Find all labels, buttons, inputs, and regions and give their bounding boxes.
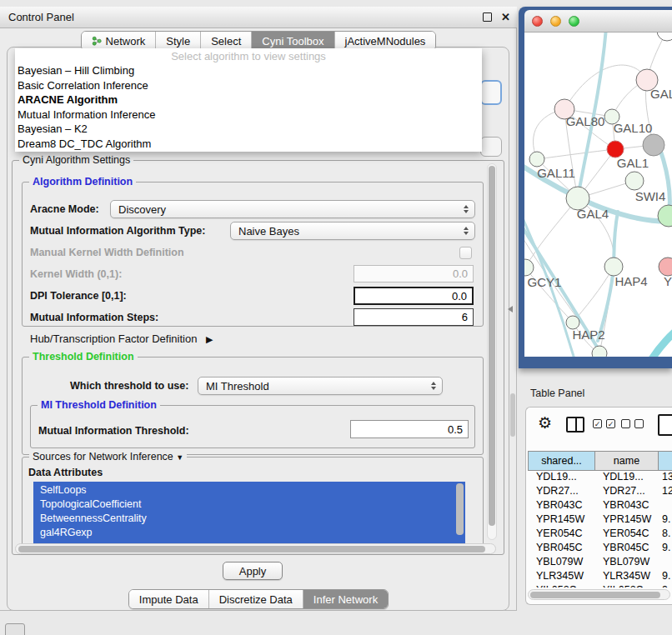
column-header-col2[interactable] bbox=[659, 452, 672, 470]
node-label-gal4: GAL4 bbox=[577, 207, 609, 221]
hub-definition-toggle[interactable]: Hub/Transcription Factor Definition ▶ bbox=[30, 332, 213, 345]
network-node[interactable] bbox=[592, 346, 607, 357]
algorithm-option-bayesian-hill-climbing[interactable]: Bayesian – Hill Climbing bbox=[15, 63, 482, 78]
hide-columns-icon[interactable] bbox=[621, 419, 644, 428]
inference-algorithm-combo-fragment[interactable] bbox=[480, 80, 502, 105]
table-cell: 9. bbox=[658, 513, 672, 525]
network-canvas[interactable]: GAL7GAL80GAL10GAL1GAL11SWI4GAL4GCY1HAP4Y… bbox=[524, 32, 672, 357]
table-row[interactable]: YDR27...YDR27...12 bbox=[528, 483, 672, 498]
unchecked-box-icon bbox=[621, 419, 630, 428]
threshold-definition-title: Threshold Definition bbox=[29, 351, 138, 363]
sources-title[interactable]: Sources for Network Inference ▼ bbox=[29, 451, 187, 464]
table-row[interactable]: YER054CYER054C8. bbox=[528, 526, 672, 540]
stepper-icon bbox=[464, 205, 469, 213]
float-window-icon[interactable] bbox=[483, 12, 492, 22]
kernel-width-label: Kernel Width (0,1): bbox=[30, 268, 122, 280]
column-header-name[interactable]: name bbox=[595, 452, 659, 470]
table-cell: YIL052C bbox=[594, 584, 658, 588]
node-label-gal10: GAL10 bbox=[614, 121, 653, 135]
document-icon[interactable] bbox=[658, 414, 672, 436]
network-node[interactable] bbox=[625, 172, 644, 190]
table-horizontal-scrollbar[interactable] bbox=[528, 589, 670, 600]
close-icon[interactable]: ✕ bbox=[501, 12, 510, 22]
table-cell: 13 bbox=[658, 471, 672, 482]
mi-type-value: Naive Bayes bbox=[238, 225, 299, 238]
table-horizontal-scrollbar-thumb[interactable] bbox=[530, 592, 660, 598]
table-row[interactable]: YPR145WYPR145W9. bbox=[528, 512, 672, 526]
tab-network[interactable]: Network bbox=[82, 32, 156, 50]
network-node[interactable] bbox=[529, 152, 544, 167]
background-combo-fragment[interactable] bbox=[480, 137, 502, 157]
panel-title: Control Panel bbox=[8, 11, 74, 23]
table-row[interactable]: YBL079WYBL079W bbox=[528, 554, 672, 568]
settings-horizontal-scrollbar[interactable] bbox=[15, 543, 496, 554]
table-cell: 9. bbox=[658, 570, 672, 582]
show-columns-icon[interactable]: ✓ ✓ bbox=[593, 419, 615, 428]
table-row[interactable]: YBR043CYBR043C bbox=[528, 498, 672, 512]
which-threshold-select[interactable]: MI Threshold bbox=[198, 377, 443, 395]
zoom-traffic-light-icon[interactable] bbox=[569, 16, 579, 27]
data-attribute-item[interactable]: SelfLoops bbox=[33, 483, 465, 498]
algorithm-option-aracne-algorithm[interactable]: ARACNE Algorithm bbox=[15, 92, 482, 108]
control-panel-titlebar: Control Panel ✕ bbox=[0, 7, 517, 28]
column-header-shared[interactable]: shared... bbox=[529, 452, 595, 470]
settings-horizontal-scrollbar-thumb[interactable] bbox=[18, 546, 485, 552]
network-node[interactable] bbox=[607, 141, 624, 158]
minimize-traffic-light-icon[interactable] bbox=[550, 16, 561, 27]
settings-vertical-scrollbar[interactable] bbox=[487, 163, 497, 540]
sources-title-label: Sources for Network Inference bbox=[33, 451, 173, 462]
checked-box-icon: ✓ bbox=[593, 419, 602, 428]
manual-kernel-checkbox[interactable] bbox=[459, 247, 472, 259]
data-attribute-item[interactable]: TopologicalCoefficient bbox=[33, 498, 465, 512]
table-row[interactable]: YIL052CYIL052C9 bbox=[528, 582, 672, 588]
split-columns-icon[interactable] bbox=[566, 417, 584, 432]
mi-threshold-input[interactable]: 0.5 bbox=[350, 420, 469, 438]
algorithm-option-mutual-information-inference[interactable]: Mutual Information Inference bbox=[15, 108, 482, 122]
table-cell: YLR345W bbox=[528, 570, 594, 582]
tab-select[interactable]: Select bbox=[200, 32, 251, 50]
tab-impute-data[interactable]: Impute Data bbox=[129, 590, 208, 608]
node-label-gal7: GAL7 bbox=[650, 87, 672, 101]
network-node[interactable] bbox=[659, 258, 672, 276]
network-node[interactable] bbox=[524, 259, 534, 276]
table-panel-title: Table Panel bbox=[530, 388, 584, 399]
close-traffic-light-icon[interactable] bbox=[532, 16, 543, 27]
data-attribute-item[interactable]: BetweennessCentrality bbox=[33, 512, 465, 526]
tab-cyni-toolbox[interactable]: Cyni Toolbox bbox=[251, 32, 333, 50]
table-row[interactable]: YDL19...YDL19...13 bbox=[528, 469, 672, 483]
tab-infer-network[interactable]: Infer Network bbox=[303, 590, 388, 608]
table-cell: YBR045C bbox=[528, 542, 594, 553]
table-row[interactable]: YLR345WYLR345W9. bbox=[528, 568, 672, 582]
table-row[interactable]: YBR045CYBR045C9. bbox=[528, 540, 672, 554]
table-cell: YBR043C bbox=[594, 499, 658, 511]
list-scrollbar-thumb[interactable] bbox=[456, 483, 464, 535]
node-label-hap4: HAP4 bbox=[614, 274, 647, 288]
partial-button[interactable] bbox=[5, 623, 25, 635]
algorithm-option-list: Bayesian – Hill ClimbingBasic Correlatio… bbox=[15, 63, 482, 152]
table-cell: YER054C bbox=[528, 528, 594, 539]
settings-gear-icon[interactable]: ⚙ bbox=[538, 415, 552, 431]
settings-vertical-scrollbar-thumb[interactable] bbox=[489, 166, 495, 526]
side-scrollbar-thumb[interactable] bbox=[510, 393, 515, 437]
mi-type-select[interactable]: Naive Bayes bbox=[230, 222, 475, 240]
algorithm-option-basic-correlation-inference[interactable]: Basic Correlation Inference bbox=[15, 78, 482, 93]
mi-steps-input[interactable]: 6 bbox=[354, 308, 474, 326]
tab-label: Impute Data bbox=[139, 593, 198, 606]
aracne-mode-select[interactable]: Discovery bbox=[110, 200, 475, 218]
apply-button[interactable]: Apply bbox=[223, 562, 283, 580]
algorithm-option-bayesian-k2[interactable]: Bayesian – K2 bbox=[15, 122, 482, 137]
data-attribute-item[interactable]: gal4RGexp bbox=[33, 526, 465, 540]
network-node[interactable] bbox=[604, 258, 623, 276]
splitpane-collapse-icon[interactable] bbox=[508, 306, 513, 312]
tab-discretize-data[interactable]: Discretize Data bbox=[208, 590, 303, 608]
tab-jactivemnodules[interactable]: jActiveMNodules bbox=[334, 32, 436, 50]
algorithm-option-dream8-dc-tdc-algorithm[interactable]: Dream8 DC_TDC Algorithm bbox=[15, 137, 482, 152]
tab-style[interactable]: Style bbox=[155, 32, 200, 50]
table-cell: YDL19... bbox=[594, 471, 658, 482]
data-attributes-list[interactable]: SelfLoopsTopologicalCoefficientBetweenne… bbox=[33, 482, 465, 543]
kernel-width-input[interactable]: 0.0 bbox=[354, 265, 474, 282]
network-node[interactable] bbox=[643, 134, 664, 156]
network-node[interactable] bbox=[657, 32, 672, 41]
node-label-gal1: GAL1 bbox=[617, 156, 649, 170]
dpi-tolerance-input[interactable]: 0.0 bbox=[354, 287, 474, 305]
